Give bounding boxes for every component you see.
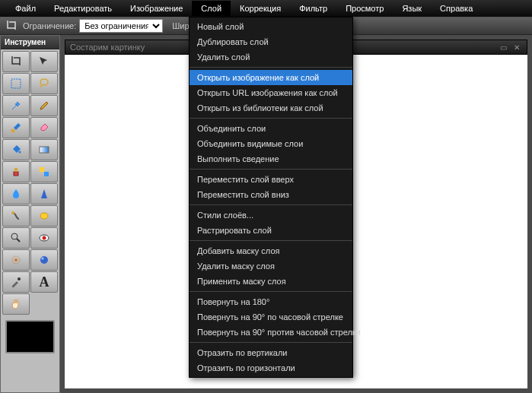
menu-separator [190, 240, 352, 241]
svg-rect-5 [14, 172, 18, 176]
blur-tool[interactable] [2, 183, 30, 204]
svg-rect-0 [11, 79, 21, 88]
menu-item[interactable]: Переместить слой вниз [190, 187, 352, 202]
menu-item[interactable]: Добавить маску слоя [190, 243, 352, 258]
svg-rect-8 [44, 172, 49, 176]
tools-panel: Инструмен A [0, 35, 60, 393]
svg-rect-4 [40, 147, 49, 153]
menu-item[interactable]: Открыть изображение как слой [190, 70, 352, 85]
type-tool[interactable]: A [30, 271, 58, 293]
sharpen-tool[interactable] [30, 183, 58, 204]
menu-separator [190, 204, 352, 205]
menu-separator [190, 118, 352, 119]
menu-separator [190, 291, 352, 292]
pencil-tool[interactable] [30, 95, 58, 116]
menu-item[interactable]: Стили слоёв... [190, 208, 352, 223]
menu-item[interactable]: Удалить маску слоя [190, 258, 352, 274]
foreground-color[interactable] [5, 320, 55, 353]
bucket-tool[interactable] [2, 139, 30, 160]
close-icon[interactable]: ✕ [511, 42, 522, 52]
menubar-item-справка[interactable]: Справка [431, 1, 482, 16]
tools-grid: A [1, 49, 59, 360]
svg-point-3 [19, 151, 21, 154]
wand-tool[interactable] [2, 95, 30, 116]
menubar-item-изображение[interactable]: Изображение [121, 1, 192, 16]
svg-point-16 [40, 256, 48, 264]
layer-menu-dropdown: Новый слойДублировать слойУдалить слойОт… [189, 17, 353, 378]
menubar-item-слой[interactable]: Слой [192, 1, 231, 16]
menu-item[interactable]: Дублировать слой [190, 34, 352, 49]
svg-point-11 [11, 233, 18, 239]
menu-item[interactable]: Объединить видимые слои [190, 136, 352, 151]
smudge-tool[interactable] [2, 205, 30, 227]
menu-item[interactable]: Повернуть на 90° против часовой стрелки [190, 325, 352, 340]
svg-point-2 [11, 129, 15, 133]
menubar-item-файл[interactable]: Файл [6, 1, 45, 16]
sponge-tool[interactable] [30, 205, 58, 227]
menubar-item-коррекция[interactable]: Коррекция [231, 1, 290, 16]
menu-separator [190, 342, 352, 343]
lasso-tool[interactable] [30, 73, 58, 94]
crop-icon [5, 19, 18, 33]
gradient-tool[interactable] [30, 139, 58, 160]
svg-point-10 [40, 213, 48, 219]
menu-item[interactable]: Выполнить сведение [190, 151, 352, 166]
move-tool[interactable] [30, 51, 58, 72]
constraint-label: Ограничение: [23, 21, 76, 30]
menu-separator [190, 169, 352, 170]
svg-rect-7 [40, 167, 44, 172]
menu-item[interactable]: Открыть из библиотеки как слой [190, 100, 352, 116]
menu-item[interactable]: Открыть URL изображения как слой [190, 85, 352, 100]
menu-item[interactable]: Повернуть на 180° [190, 294, 352, 309]
redeye-tool[interactable] [30, 227, 58, 249]
hand-tool[interactable] [2, 293, 30, 315]
replace-color-tool[interactable] [30, 161, 58, 182]
crop-tool[interactable] [2, 51, 30, 72]
tools-panel-title: Инструмен [1, 36, 59, 49]
clone-tool[interactable] [2, 161, 30, 182]
menubar-item-фильтр[interactable]: Фильтр [290, 1, 336, 16]
menu-item[interactable]: Отразить по горизонтали [190, 360, 352, 376]
svg-point-18 [18, 277, 21, 280]
marquee-tool[interactable] [2, 73, 30, 94]
menubar-item-язык[interactable]: Язык [393, 1, 431, 16]
menu-item[interactable]: Переместить слой вверх [190, 172, 352, 187]
eraser-tool[interactable] [30, 117, 58, 138]
bloat-tool[interactable] [30, 249, 58, 271]
svg-point-9 [11, 211, 14, 214]
svg-rect-6 [14, 168, 18, 172]
menu-item[interactable]: Растрировать слой [190, 223, 352, 238]
svg-point-17 [42, 258, 44, 260]
menubar-item-просмотр[interactable]: Просмотр [336, 1, 393, 16]
menubar-item-редактировать[interactable]: Редактировать [45, 1, 121, 16]
maximize-icon[interactable]: ▭ [498, 42, 508, 52]
menu-item[interactable]: Повернуть на 90° по часовой стрелке [190, 309, 352, 325]
menu-item[interactable]: Применить маску слоя [190, 274, 352, 289]
svg-point-15 [14, 258, 18, 261]
menu-item[interactable]: Удалить слой [190, 49, 352, 65]
menu-item[interactable]: Объединить слои [190, 121, 352, 136]
svg-point-13 [43, 236, 46, 240]
spot-heal-tool[interactable] [2, 249, 30, 271]
constraint-select[interactable]: Без ограничения [79, 19, 163, 33]
menu-separator [190, 67, 352, 68]
dodge-tool[interactable] [2, 227, 30, 249]
menu-item[interactable]: Отразить по вертикали [190, 345, 352, 360]
eyedropper-tool[interactable] [2, 271, 30, 293]
menubar: ФайлРедактироватьИзображениеСлойКоррекци… [0, 0, 532, 17]
menu-item[interactable]: Новый слой [190, 19, 352, 34]
brush-tool[interactable] [2, 117, 30, 138]
